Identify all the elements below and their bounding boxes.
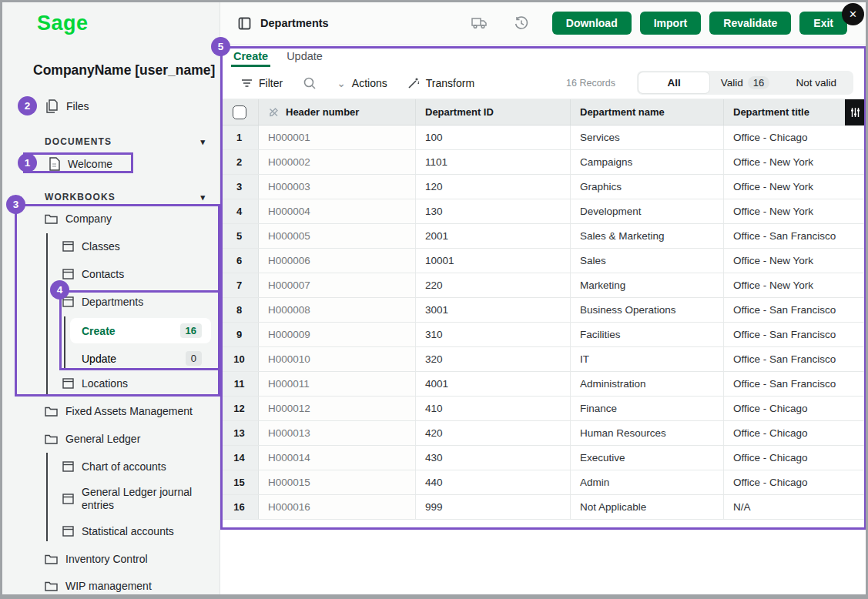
sidebar-item-files[interactable]: Files — [45, 96, 89, 116]
row-number[interactable]: 2 — [220, 150, 259, 174]
table-row[interactable]: 5H0000052001Sales & MarketingOffice - Sa… — [220, 224, 866, 249]
cell-header-number[interactable]: H000010 — [259, 347, 416, 371]
cell-header-number[interactable]: H000001 — [259, 125, 416, 149]
sidebar-item-chart-of-accounts[interactable]: Chart of accounts — [62, 457, 166, 477]
row-number[interactable]: 10 — [220, 347, 259, 371]
revalidate-button[interactable]: Revalidate — [709, 12, 791, 35]
cell-department-id[interactable]: 320 — [416, 347, 571, 371]
sidebar-item-gl-journal-entries[interactable]: General Ledger journal entries — [62, 484, 197, 514]
sidebar-item-locations[interactable]: Locations — [62, 373, 128, 393]
cell-department-id[interactable]: 1101 — [416, 150, 571, 174]
cell-department-id[interactable]: 440 — [416, 470, 571, 494]
import-button[interactable]: Import — [640, 12, 702, 35]
row-number[interactable]: 1 — [220, 125, 259, 149]
table-row[interactable]: 10H000010320ITOffice - San Francisco — [220, 347, 866, 372]
cell-department-id[interactable]: 310 — [416, 323, 571, 346]
delivery-truck-icon[interactable] — [471, 16, 488, 30]
segment-all[interactable]: All — [638, 72, 709, 93]
workbooks-section-header[interactable]: WORKBOOKS ▾ — [45, 189, 206, 205]
sidebar-item-create[interactable]: Create 16 — [70, 318, 211, 343]
cell-department-title[interactable]: Office - Chicago — [724, 421, 866, 445]
panel-icon[interactable] — [238, 17, 251, 30]
segment-valid[interactable]: Valid 16 — [709, 72, 780, 93]
filter-button[interactable]: Filter — [241, 77, 283, 89]
cell-header-number[interactable]: H000016 — [259, 495, 416, 519]
sidebar-item-inventory-control[interactable]: Inventory Control — [45, 549, 148, 569]
cell-department-name[interactable]: Business Operations — [571, 298, 724, 322]
column-header-department-name[interactable]: Department name — [571, 99, 724, 125]
search-button[interactable] — [303, 76, 317, 90]
table-row[interactable]: 8H0000083001Business OperationsOffice - … — [220, 298, 866, 323]
cell-department-title[interactable]: Office - New York — [724, 273, 866, 297]
cell-header-number[interactable]: H000005 — [259, 224, 416, 248]
table-row[interactable]: 1H000001100ServicesOffice - Chicago — [220, 125, 866, 150]
cell-header-number[interactable]: H000014 — [259, 446, 416, 470]
sidebar-item-update[interactable]: Update 0 — [70, 346, 211, 371]
row-number[interactable]: 14 — [220, 446, 259, 470]
cell-department-title[interactable]: Office - New York — [724, 175, 866, 199]
cell-department-id[interactable]: 2001 — [416, 224, 571, 248]
table-row[interactable]: 11H0000114001AdministrationOffice - San … — [220, 372, 866, 397]
cell-department-title[interactable]: Office - Chicago — [724, 470, 866, 494]
cell-department-name[interactable]: Not Applicable — [571, 495, 724, 519]
row-number[interactable]: 11 — [220, 372, 259, 396]
cell-department-id[interactable]: 100 — [416, 125, 571, 149]
sidebar-item-classes[interactable]: Classes — [62, 236, 120, 256]
row-number[interactable]: 12 — [220, 397, 259, 420]
sidebar-item-departments[interactable]: Departments — [62, 292, 143, 312]
cell-department-title[interactable]: Office - Chicago — [724, 397, 866, 420]
column-header-header-number[interactable]: Header number — [259, 99, 416, 125]
cell-department-title[interactable]: Office - New York — [724, 249, 866, 273]
transform-button[interactable]: Transform — [407, 77, 474, 89]
table-row[interactable]: 6H00000610001SalesOffice - New York — [220, 249, 866, 273]
cell-department-name[interactable]: Sales & Marketing — [571, 224, 724, 248]
cell-header-number[interactable]: H000008 — [259, 298, 416, 322]
cell-header-number[interactable]: H000013 — [259, 421, 416, 445]
cell-department-title[interactable]: Office - San Francisco — [724, 323, 866, 346]
row-number[interactable]: 15 — [220, 470, 259, 494]
table-row[interactable]: 3H000003120GraphicsOffice - New York — [220, 175, 866, 199]
cell-header-number[interactable]: H000012 — [259, 397, 416, 420]
table-row[interactable]: 7H000007220MarketingOffice - New York — [220, 273, 866, 298]
table-row[interactable]: 2H0000021101CampaignsOffice - New York — [220, 150, 866, 175]
select-all-checkbox[interactable] — [233, 105, 246, 119]
cell-department-id[interactable]: 130 — [416, 199, 571, 223]
cell-department-title[interactable]: Office - San Francisco — [724, 372, 866, 396]
column-settings-button[interactable] — [845, 99, 866, 125]
cell-department-name[interactable]: Development — [571, 199, 724, 223]
cell-department-name[interactable]: IT — [571, 347, 724, 371]
cell-department-title[interactable]: N/A — [724, 495, 866, 519]
exit-button[interactable]: Exit — [799, 12, 847, 35]
sidebar-item-statistical-accounts[interactable]: Statistical accounts — [62, 521, 174, 541]
cell-department-id[interactable]: 120 — [416, 175, 571, 199]
row-number[interactable]: 13 — [220, 421, 259, 445]
row-number[interactable]: 8 — [220, 298, 259, 322]
row-number[interactable]: 4 — [220, 199, 259, 223]
cell-department-title[interactable]: Office - San Francisco — [724, 224, 866, 248]
cell-department-id[interactable]: 4001 — [416, 372, 571, 396]
sidebar-item-welcome[interactable]: Welcome — [49, 154, 112, 174]
cell-department-name[interactable]: Finance — [571, 397, 724, 420]
cell-department-name[interactable]: Admin — [571, 470, 724, 494]
table-row[interactable]: 13H000013420Human ResourcesOffice - Chic… — [220, 421, 866, 446]
cell-department-name[interactable]: Facilities — [571, 323, 724, 346]
cell-header-number[interactable]: H000015 — [259, 470, 416, 494]
documents-section-header[interactable]: DOCUMENTS ▾ — [45, 134, 206, 149]
cell-department-id[interactable]: 10001 — [416, 249, 571, 273]
table-row[interactable]: 9H000009310FacilitiesOffice - San Franci… — [220, 323, 866, 347]
cell-department-name[interactable]: Marketing — [571, 273, 724, 297]
tab-create[interactable]: Create — [233, 45, 268, 67]
row-number[interactable]: 7 — [220, 273, 259, 297]
sidebar-item-contacts[interactable]: Contacts — [62, 264, 124, 284]
cell-header-number[interactable]: H000007 — [259, 273, 416, 297]
cell-department-title[interactable]: Office - San Francisco — [724, 298, 866, 322]
row-number[interactable]: 6 — [220, 249, 259, 273]
cell-department-id[interactable]: 3001 — [416, 298, 571, 322]
cell-header-number[interactable]: H000004 — [259, 199, 416, 223]
table-row[interactable]: 14H000014430ExecutiveOffice - Chicago — [220, 446, 866, 470]
column-header-department-id[interactable]: Department ID — [416, 99, 571, 125]
close-button[interactable]: ✕ — [842, 3, 864, 25]
cell-department-name[interactable]: Human Resources — [571, 421, 724, 445]
actions-menu[interactable]: ⌄ Actions — [337, 77, 387, 89]
cell-department-name[interactable]: Administration — [571, 372, 724, 396]
